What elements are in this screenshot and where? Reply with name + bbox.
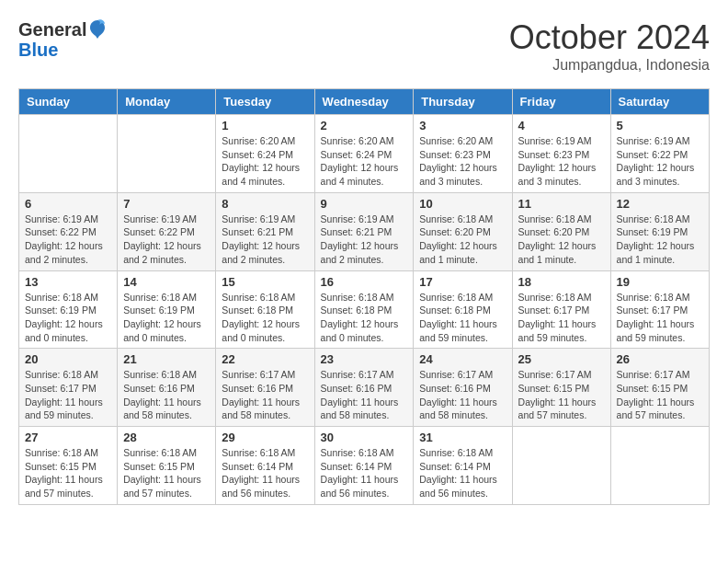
day-number: 24 [419, 352, 506, 366]
day-detail: Sunrise: 6:19 AM Sunset: 6:22 PM Dayligh… [123, 213, 210, 267]
day-cell: 24Sunrise: 6:17 AM Sunset: 6:16 PM Dayli… [414, 349, 512, 427]
day-number: 6 [25, 197, 111, 211]
day-cell: 3Sunrise: 6:20 AM Sunset: 6:23 PM Daylig… [414, 115, 512, 193]
header-day-wednesday: Wednesday [314, 89, 414, 115]
day-detail: Sunrise: 6:18 AM Sunset: 6:18 PM Dayligh… [419, 291, 506, 345]
day-detail: Sunrise: 6:19 AM Sunset: 6:22 PM Dayligh… [25, 213, 111, 267]
day-cell [610, 427, 709, 505]
day-number: 30 [321, 431, 408, 444]
location-title: Jumpangdua, Indonesia [509, 57, 710, 74]
day-cell: 5Sunrise: 6:19 AM Sunset: 6:22 PM Daylig… [610, 115, 709, 193]
header-day-thursday: Thursday [414, 89, 512, 115]
day-cell: 15Sunrise: 6:18 AM Sunset: 6:18 PM Dayli… [216, 270, 314, 349]
day-cell: 19Sunrise: 6:18 AM Sunset: 6:17 PM Dayli… [610, 270, 709, 349]
day-cell: 21Sunrise: 6:18 AM Sunset: 6:16 PM Dayli… [118, 349, 216, 427]
day-cell: 11Sunrise: 6:18 AM Sunset: 6:20 PM Dayli… [512, 192, 610, 270]
day-number: 14 [123, 275, 210, 289]
day-cell: 31Sunrise: 6:18 AM Sunset: 6:14 PM Dayli… [414, 427, 512, 505]
day-detail: Sunrise: 6:17 AM Sunset: 6:15 PM Dayligh… [518, 368, 605, 422]
day-detail: Sunrise: 6:20 AM Sunset: 6:24 PM Dayligh… [222, 134, 308, 189]
day-detail: Sunrise: 6:19 AM Sunset: 6:23 PM Dayligh… [518, 134, 605, 189]
day-number: 27 [25, 431, 111, 444]
day-detail: Sunrise: 6:18 AM Sunset: 6:18 PM Dayligh… [321, 291, 408, 345]
day-cell: 16Sunrise: 6:18 AM Sunset: 6:18 PM Dayli… [314, 270, 414, 349]
day-number: 17 [419, 275, 506, 289]
day-cell: 25Sunrise: 6:17 AM Sunset: 6:15 PM Dayli… [512, 349, 610, 427]
day-number: 13 [25, 275, 111, 289]
header-day-friday: Friday [512, 89, 610, 115]
week-row-3: 20Sunrise: 6:18 AM Sunset: 6:17 PM Dayli… [19, 349, 710, 427]
day-cell: 14Sunrise: 6:18 AM Sunset: 6:19 PM Dayli… [118, 270, 216, 349]
day-detail: Sunrise: 6:18 AM Sunset: 6:19 PM Dayligh… [25, 291, 111, 345]
day-detail: Sunrise: 6:19 AM Sunset: 6:22 PM Dayligh… [617, 134, 703, 189]
day-number: 2 [321, 119, 408, 132]
day-number: 11 [518, 197, 605, 211]
day-cell: 30Sunrise: 6:18 AM Sunset: 6:14 PM Dayli… [314, 427, 414, 505]
day-detail: Sunrise: 6:18 AM Sunset: 6:16 PM Dayligh… [123, 368, 210, 422]
day-detail: Sunrise: 6:17 AM Sunset: 6:15 PM Dayligh… [617, 368, 703, 422]
day-detail: Sunrise: 6:20 AM Sunset: 6:23 PM Dayligh… [419, 134, 506, 189]
day-cell [512, 427, 610, 505]
day-number: 25 [518, 352, 605, 366]
title-area: October 2024 Jumpangdua, Indonesia [509, 18, 710, 74]
day-cell: 9Sunrise: 6:19 AM Sunset: 6:21 PM Daylig… [314, 192, 414, 270]
day-cell: 22Sunrise: 6:17 AM Sunset: 6:16 PM Dayli… [216, 349, 314, 427]
day-cell [118, 115, 216, 193]
month-title: October 2024 [509, 18, 710, 57]
day-cell: 6Sunrise: 6:19 AM Sunset: 6:22 PM Daylig… [19, 192, 118, 270]
day-number: 28 [123, 431, 210, 444]
week-row-4: 27Sunrise: 6:18 AM Sunset: 6:15 PM Dayli… [19, 427, 710, 505]
logo-bird-icon [88, 18, 107, 40]
day-detail: Sunrise: 6:17 AM Sunset: 6:16 PM Dayligh… [321, 368, 408, 422]
day-number: 4 [518, 119, 605, 132]
week-row-0: 1Sunrise: 6:20 AM Sunset: 6:24 PM Daylig… [19, 115, 710, 193]
day-detail: Sunrise: 6:18 AM Sunset: 6:17 PM Dayligh… [518, 291, 605, 345]
day-detail: Sunrise: 6:17 AM Sunset: 6:16 PM Dayligh… [419, 368, 506, 422]
day-cell: 18Sunrise: 6:18 AM Sunset: 6:17 PM Dayli… [512, 270, 610, 349]
day-cell: 1Sunrise: 6:20 AM Sunset: 6:24 PM Daylig… [216, 115, 314, 193]
day-number: 12 [617, 197, 703, 211]
day-cell: 20Sunrise: 6:18 AM Sunset: 6:17 PM Dayli… [19, 349, 118, 427]
week-row-2: 13Sunrise: 6:18 AM Sunset: 6:19 PM Dayli… [19, 270, 710, 349]
day-cell: 7Sunrise: 6:19 AM Sunset: 6:22 PM Daylig… [118, 192, 216, 270]
day-detail: Sunrise: 6:18 AM Sunset: 6:19 PM Dayligh… [617, 213, 703, 267]
day-detail: Sunrise: 6:17 AM Sunset: 6:16 PM Dayligh… [222, 368, 308, 422]
day-cell: 29Sunrise: 6:18 AM Sunset: 6:14 PM Dayli… [216, 427, 314, 505]
day-cell: 28Sunrise: 6:18 AM Sunset: 6:15 PM Dayli… [118, 427, 216, 505]
header-day-sunday: Sunday [19, 89, 118, 115]
day-number: 1 [222, 119, 308, 132]
day-detail: Sunrise: 6:18 AM Sunset: 6:17 PM Dayligh… [25, 368, 111, 422]
logo-blue: Blue [18, 40, 58, 60]
day-detail: Sunrise: 6:18 AM Sunset: 6:20 PM Dayligh… [518, 213, 605, 267]
day-cell: 2Sunrise: 6:20 AM Sunset: 6:24 PM Daylig… [314, 115, 414, 193]
day-number: 31 [419, 431, 506, 444]
day-number: 7 [123, 197, 210, 211]
day-number: 22 [222, 352, 308, 366]
day-detail: Sunrise: 6:18 AM Sunset: 6:14 PM Dayligh… [321, 446, 408, 500]
day-number: 5 [617, 119, 703, 132]
day-detail: Sunrise: 6:19 AM Sunset: 6:21 PM Dayligh… [321, 213, 408, 267]
header: General Blue October 2024 Jumpangdua, In… [18, 18, 710, 74]
day-number: 18 [518, 275, 605, 289]
day-number: 23 [321, 352, 408, 366]
calendar-table: SundayMondayTuesdayWednesdayThursdayFrid… [18, 88, 710, 505]
week-row-1: 6Sunrise: 6:19 AM Sunset: 6:22 PM Daylig… [19, 192, 710, 270]
day-cell: 26Sunrise: 6:17 AM Sunset: 6:15 PM Dayli… [610, 349, 709, 427]
day-detail: Sunrise: 6:18 AM Sunset: 6:17 PM Dayligh… [617, 291, 703, 345]
day-cell: 8Sunrise: 6:19 AM Sunset: 6:21 PM Daylig… [216, 192, 314, 270]
day-detail: Sunrise: 6:18 AM Sunset: 6:15 PM Dayligh… [25, 446, 111, 500]
day-detail: Sunrise: 6:20 AM Sunset: 6:24 PM Dayligh… [321, 134, 408, 189]
day-cell: 10Sunrise: 6:18 AM Sunset: 6:20 PM Dayli… [414, 192, 512, 270]
day-cell: 13Sunrise: 6:18 AM Sunset: 6:19 PM Dayli… [19, 270, 118, 349]
logo: General Blue [18, 18, 107, 60]
header-row: SundayMondayTuesdayWednesdayThursdayFrid… [19, 89, 710, 115]
day-detail: Sunrise: 6:18 AM Sunset: 6:19 PM Dayligh… [123, 291, 210, 345]
day-cell: 27Sunrise: 6:18 AM Sunset: 6:15 PM Dayli… [19, 427, 118, 505]
day-cell [19, 115, 118, 193]
day-detail: Sunrise: 6:19 AM Sunset: 6:21 PM Dayligh… [222, 213, 308, 267]
header-day-saturday: Saturday [610, 89, 709, 115]
calendar-body: 1Sunrise: 6:20 AM Sunset: 6:24 PM Daylig… [19, 115, 710, 505]
day-number: 16 [321, 275, 408, 289]
day-number: 8 [222, 197, 308, 211]
day-number: 9 [321, 197, 408, 211]
